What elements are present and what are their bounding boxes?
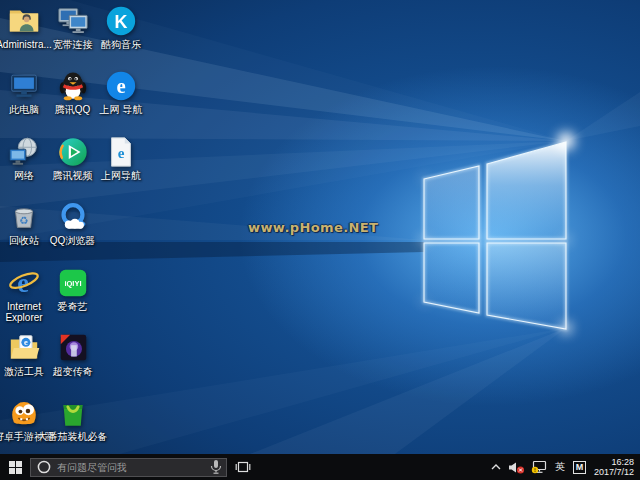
svg-text:♻: ♻: [19, 215, 28, 226]
network-button[interactable]: [528, 454, 551, 480]
user-folder-icon: [7, 4, 41, 38]
desktop-icon-label: QQ浏览器: [38, 235, 108, 246]
this-pc-icon: [7, 69, 41, 103]
broadband-icon: [56, 4, 90, 38]
svg-text:K: K: [115, 12, 128, 32]
ime-language-indicator[interactable]: 英: [551, 460, 569, 474]
network-warning-icon: [531, 460, 548, 474]
system-tray: 英 M 16:28 2017/7/12: [487, 454, 640, 480]
clock-date: 2017/7/12: [594, 467, 634, 477]
svg-text:e: e: [118, 145, 125, 161]
desktop-icon-label: 上网导航: [86, 170, 156, 181]
volume-button[interactable]: [505, 454, 528, 480]
activation-tool-icon: e: [7, 331, 41, 365]
desktop-icon-web-nav-doc[interactable]: e上网导航: [86, 135, 156, 181]
desktop-icon-kugou-music[interactable]: K酷狗音乐: [86, 4, 156, 50]
desktop-icon-label: 上网 导航: [86, 104, 156, 115]
network-icon: [7, 135, 41, 169]
kugou-music-icon: K: [104, 4, 138, 38]
cortana-icon: [37, 460, 51, 474]
svg-text:e: e: [24, 337, 28, 347]
svg-text:e: e: [116, 74, 125, 97]
desktop-icon-legend-game[interactable]: 超变传奇: [38, 331, 108, 377]
big-tomato-icon: [56, 396, 90, 430]
desktop-icon-qq-browser[interactable]: QQ浏览器: [38, 200, 108, 246]
desktop-icon-label: 酷狗音乐: [86, 39, 156, 50]
clock[interactable]: 16:28 2017/7/12: [590, 457, 640, 477]
taskbar-search[interactable]: [30, 458, 227, 477]
desktop-icon-label: 爱奇艺: [38, 301, 108, 312]
desktop-icon-label: 大番茄装机必备: [38, 431, 108, 442]
desktop-icon-web-nav[interactable]: e上网 导航: [86, 69, 156, 115]
desktop: www.pHome.NET Administra...宽带连接K酷狗音乐此电脑腾…: [0, 0, 640, 454]
tencent-qq-icon: [56, 69, 90, 103]
taskbar: 英 M 16:28 2017/7/12: [0, 454, 640, 480]
task-view-button[interactable]: [227, 454, 259, 480]
svg-text:e: e: [17, 268, 29, 298]
web-nav-doc-icon: e: [104, 135, 138, 169]
watermark-text: www.pHome.NET: [248, 220, 378, 235]
chevron-up-icon: [490, 461, 502, 473]
web-nav-icon: e: [104, 69, 138, 103]
clock-time: 16:28: [594, 457, 634, 467]
recycle-bin-icon: ♻: [7, 200, 41, 234]
legend-game-icon: [56, 331, 90, 365]
tencent-video-icon: [56, 135, 90, 169]
iqiyi-icon: iQIYI: [56, 266, 90, 300]
task-view-icon: [235, 460, 251, 474]
desktop-icon-label: 超变传奇: [38, 366, 108, 377]
microphone-icon[interactable]: [210, 459, 222, 475]
mobile-game-helper-icon: [7, 396, 41, 430]
desktop-icon-big-tomato[interactable]: 大番茄装机必备: [38, 396, 108, 442]
start-button[interactable]: [0, 454, 30, 480]
tray-expand-button[interactable]: [487, 454, 505, 480]
windows-logo-icon: [9, 461, 22, 474]
desktop-icon-iqiyi[interactable]: iQIYI爱奇艺: [38, 266, 108, 312]
qq-browser-icon: [56, 200, 90, 234]
internet-explorer-icon: e: [7, 266, 41, 300]
svg-text:iQIYI: iQIYI: [64, 279, 81, 288]
search-input[interactable]: [51, 462, 210, 473]
ime-mode-badge[interactable]: M: [573, 461, 586, 474]
speaker-muted-icon: [508, 461, 525, 474]
